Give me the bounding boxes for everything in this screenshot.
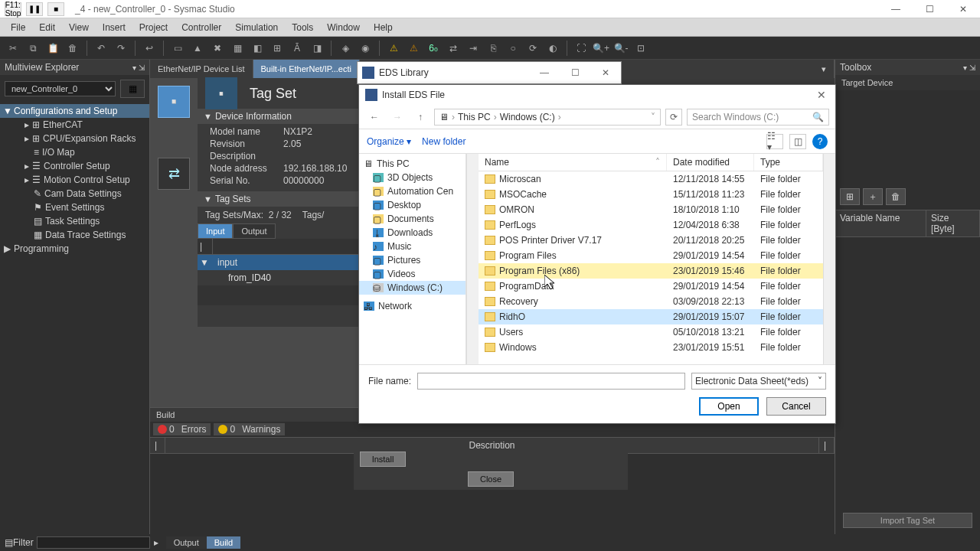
tool-icon[interactable]: ▲ <box>189 40 206 57</box>
tool-icon[interactable]: 6₀ <box>425 40 442 57</box>
tool-icon[interactable]: ◨ <box>309 40 325 57</box>
tool-icon[interactable]: ◉ <box>357 40 374 57</box>
device-icon[interactable]: ⇄ <box>158 158 190 190</box>
tree-data-trace[interactable]: ▦ Data Trace Settings <box>0 228 149 242</box>
file-row[interactable]: POS Printer Driver V7.1720/11/2018 20:25… <box>479 233 823 248</box>
tool-icon[interactable]: ⊞ <box>269 40 286 57</box>
tree-automation[interactable]: ▢Automation Cen <box>359 184 466 198</box>
tool-icon[interactable]: ▦ <box>229 40 246 57</box>
tab-builtin-eip[interactable]: Built-in EtherNet/IP...ecti <box>253 60 360 78</box>
menu-help[interactable]: Help <box>368 20 399 35</box>
path-bar[interactable]: 🖥› This PC› Windows (C:)› ˅ <box>434 109 661 126</box>
stop2-button[interactable]: ■ <box>47 2 64 16</box>
tool-icon[interactable]: ⇥ <box>465 40 482 57</box>
menu-edit[interactable]: Edit <box>33 20 61 35</box>
cancel-button[interactable]: Cancel <box>766 397 826 416</box>
pin-icon[interactable]: ▾ ⇲ <box>132 64 145 72</box>
toolbox-add-btn[interactable]: ＋ <box>863 188 883 205</box>
list-scrollbar[interactable] <box>823 154 835 364</box>
filename-input[interactable] <box>417 373 685 390</box>
file-row[interactable]: Program Files (x86)23/01/2019 15:46File … <box>479 263 823 279</box>
tool-icon[interactable]: ⇄ <box>445 40 462 57</box>
file-row[interactable]: RidhO29/01/2019 15:07File folder <box>479 309 823 324</box>
tree-c-drive[interactable]: ⛁Windows (C:) <box>359 281 466 295</box>
tool-icon[interactable]: ◈ <box>337 40 354 57</box>
tool-icon[interactable]: ▭ <box>169 40 186 57</box>
organize-button[interactable]: Organize ▾ <box>367 136 411 147</box>
paste-icon[interactable]: 📋 <box>44 40 61 57</box>
file-row[interactable]: Microscan12/11/2018 14:55File folder <box>479 171 823 187</box>
nav-up-button[interactable]: ↑ <box>411 109 430 126</box>
tab-output[interactable]: Output <box>233 223 275 239</box>
menu-controller[interactable]: Controller <box>175 20 227 35</box>
warning-icon[interactable]: ⚠ <box>385 40 402 57</box>
zoom-in-icon[interactable]: 🔍+ <box>593 40 609 57</box>
close-button[interactable]: Close <box>468 471 514 487</box>
file-row[interactable]: PerfLogs12/04/2018 6:38File folder <box>479 217 823 233</box>
pause-button[interactable]: ❚❚ <box>26 2 43 16</box>
tab-input[interactable]: Input <box>198 223 233 239</box>
tree-this-pc[interactable]: 🖥This PC <box>359 157 466 171</box>
tree-music[interactable]: ♪Music <box>359 240 466 253</box>
delete-icon[interactable]: 🗑 <box>64 40 81 57</box>
tool-icon[interactable]: ⟳ <box>524 40 541 57</box>
menu-tools[interactable]: Tools <box>286 20 319 35</box>
back-icon[interactable]: ↩ <box>141 40 158 57</box>
tool-icon[interactable]: ◐ <box>544 40 561 57</box>
file-row[interactable]: Program Files29/01/2019 14:54File folder <box>479 248 823 263</box>
tree-configurations[interactable]: ▼Configurations and Setup <box>0 104 149 118</box>
filter-input[interactable] <box>37 536 150 549</box>
device-icon[interactable]: ▫️ <box>158 86 190 118</box>
copy-icon[interactable]: ⧉ <box>24 40 41 57</box>
file-row[interactable]: Users05/10/2018 13:21File folder <box>479 324 823 340</box>
help-button[interactable]: ? <box>812 134 828 149</box>
file-row[interactable]: OMRON18/10/2018 1:10File folder <box>479 202 823 217</box>
search-input[interactable]: Search Windows (C:)🔍 <box>687 109 829 126</box>
tool-icon[interactable]: ⎘ <box>485 40 501 57</box>
col-name[interactable]: Name ˄ <box>479 154 667 171</box>
tree-task-settings[interactable]: ▤ Task Settings <box>0 214 149 228</box>
tree-iomap[interactable]: ≡ I/O Map <box>0 145 149 159</box>
tree-controller-setup[interactable]: ▸ ☰ Controller Setup <box>0 159 149 173</box>
controller-icon[interactable]: ▦ <box>120 80 145 98</box>
tree-event-settings[interactable]: ⚑ Event Settings <box>0 201 149 214</box>
tab-dropdown[interactable]: ▾ <box>814 60 835 78</box>
tab-build[interactable]: Build <box>207 536 240 549</box>
tree-desktop[interactable]: ▢Desktop <box>359 198 466 212</box>
tree-scrollbar[interactable] <box>466 154 479 364</box>
warning-icon[interactable]: ⚠ <box>405 40 422 57</box>
pin-icon[interactable]: ▾ ⇲ <box>963 64 975 72</box>
dialog-close-button[interactable]: ✕ <box>814 89 829 101</box>
tab-output[interactable]: Output <box>166 536 207 549</box>
import-tagset-button[interactable]: Import Tag Set <box>843 513 972 528</box>
undo-icon[interactable]: ↶ <box>93 40 109 57</box>
col-date[interactable]: Date modified <box>667 154 754 171</box>
minimize-button[interactable]: — <box>529 67 560 78</box>
close-button[interactable]: ✕ <box>946 0 980 18</box>
close-button[interactable]: ✕ <box>590 67 621 78</box>
tree-motion-setup[interactable]: ▸ ☰ Motion Control Setup <box>0 173 149 187</box>
tool-icon[interactable]: ⛶ <box>573 40 590 57</box>
tree-cpu-racks[interactable]: ▸ ⊞ CPU/Expansion Racks <box>0 132 149 145</box>
preview-pane-button[interactable]: ◫ <box>789 134 806 149</box>
file-row[interactable]: Windows23/01/2019 15:51File folder <box>479 340 823 355</box>
menu-project[interactable]: Project <box>133 20 174 35</box>
nav-back-button[interactable]: ← <box>365 109 384 126</box>
nav-forward-button[interactable]: → <box>388 109 407 126</box>
menu-insert[interactable]: Insert <box>96 20 132 35</box>
cut-icon[interactable]: ✂ <box>5 40 21 57</box>
toolbox-btn[interactable]: ⊞ <box>840 188 860 205</box>
stop-button[interactable]: F11: Stop <box>5 2 21 16</box>
maximize-button[interactable]: ☐ <box>913 0 946 18</box>
controller-select[interactable]: new_Controller_0 <box>5 81 116 96</box>
newfolder-button[interactable]: New folder <box>422 136 466 147</box>
refresh-button[interactable]: ⟳ <box>665 109 682 126</box>
menu-file[interactable]: File <box>5 20 31 35</box>
tree-videos[interactable]: ▢Videos <box>359 267 466 281</box>
open-button[interactable]: Open <box>699 397 759 416</box>
menu-window[interactable]: Window <box>321 20 366 35</box>
tree-programming[interactable]: ▶Programming <box>0 242 149 256</box>
tree-3d-objects[interactable]: ▢3D Objects <box>359 171 466 184</box>
redo-icon[interactable]: ↷ <box>113 40 129 57</box>
tree-network[interactable]: 🖧Network <box>359 299 466 313</box>
